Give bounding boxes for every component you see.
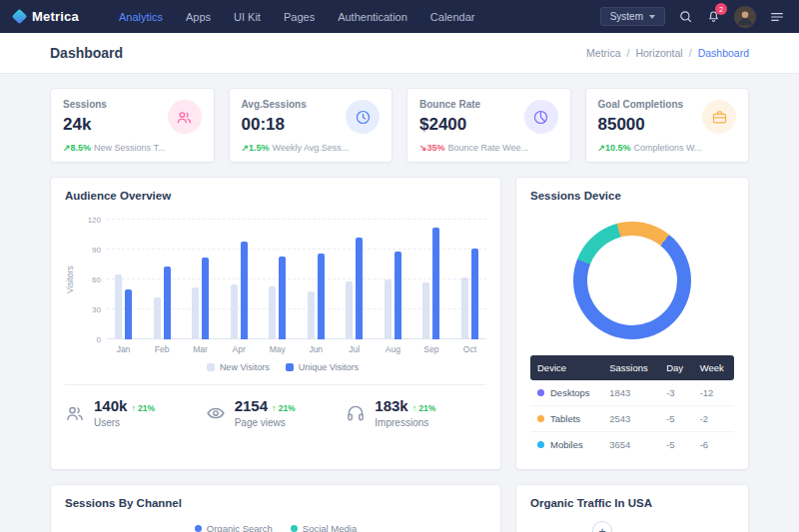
x-axis-label: Oct bbox=[461, 344, 478, 354]
legend-swatch bbox=[286, 363, 294, 371]
stat-card-note: ↗10.5%Completions W... bbox=[598, 143, 737, 153]
bar-group-feb[interactable] bbox=[154, 266, 171, 339]
legend-label: Unique Visitors bbox=[299, 362, 359, 372]
breadcrumb-separator: / bbox=[689, 47, 692, 59]
legend-item-new-visitors[interactable]: New Visitors bbox=[207, 362, 270, 372]
system-dropdown-label: System bbox=[610, 11, 643, 22]
hamburger-icon bbox=[769, 9, 785, 25]
headphones-icon bbox=[346, 403, 366, 423]
device-day: -5 bbox=[659, 432, 693, 458]
bar-new-visitors bbox=[422, 282, 429, 339]
y-axis-title: Visitors bbox=[65, 220, 75, 339]
bar-group-jan[interactable] bbox=[115, 274, 132, 339]
stat-card-value: 00:18 bbox=[242, 115, 307, 135]
bar-new-visitors bbox=[385, 279, 392, 339]
device-dot bbox=[537, 441, 544, 448]
navbar-right: System 2 bbox=[600, 6, 785, 28]
device-dot bbox=[537, 415, 544, 422]
stat-card-sessions: Sessions24k↗8.5%New Sessions T... bbox=[50, 88, 215, 163]
user-avatar[interactable] bbox=[734, 6, 756, 28]
stat-card-value: 85000 bbox=[598, 115, 684, 135]
bar-chart-grid: 1209060300 bbox=[107, 220, 486, 339]
x-axis-label: Apr bbox=[231, 344, 248, 354]
bar-group-sep[interactable] bbox=[422, 228, 439, 339]
nav-item-analytics[interactable]: Analytics bbox=[119, 11, 163, 23]
brand-logo[interactable]: Metrica bbox=[14, 9, 79, 24]
bar-group-apr[interactable] bbox=[231, 242, 248, 339]
device-name: Desktops bbox=[550, 387, 590, 398]
device-week: -2 bbox=[693, 406, 734, 432]
main-content: Sessions24k↗8.5%New Sessions T...Avg.Ses… bbox=[0, 74, 799, 532]
device-table-row-tablets[interactable]: Tablets2543-5-2 bbox=[530, 406, 734, 432]
map-zoom-in-button[interactable]: + bbox=[592, 521, 612, 532]
sessions-device-card: Sessions Device DeviceSassionsDayWeek De… bbox=[515, 177, 749, 470]
page-header: Dashboard Metrica/Horizontal/Dashboard bbox=[0, 33, 799, 74]
chart-legend: New VisitorsUnique Visitors bbox=[79, 362, 486, 372]
device-day: -3 bbox=[659, 380, 693, 406]
channel-legend-item-social-media[interactable]: Social Media bbox=[291, 523, 357, 532]
bar-unique-visitors bbox=[395, 252, 401, 339]
bar-unique-visitors bbox=[125, 289, 132, 339]
breadcrumb-item-horizontal[interactable]: Horizontal bbox=[635, 47, 682, 59]
bar-unique-visitors bbox=[471, 249, 478, 339]
stat-card-title: Sessions bbox=[63, 99, 107, 110]
nav-item-ui-kit[interactable]: UI Kit bbox=[234, 11, 261, 23]
stat-delta: ↑ 21% bbox=[131, 403, 155, 413]
clock-icon bbox=[355, 109, 372, 126]
stat-label: Users bbox=[94, 417, 155, 428]
device-table: DeviceSassionsDayWeek Desktops1843-3-12T… bbox=[530, 355, 734, 457]
audience-stat-users: 140k↑ 21%Users bbox=[65, 397, 206, 428]
donut-hole bbox=[587, 236, 677, 325]
device-dot bbox=[537, 389, 544, 396]
y-tick-label: 90 bbox=[79, 246, 101, 255]
nav-item-pages[interactable]: Pages bbox=[284, 11, 315, 23]
system-dropdown[interactable]: System bbox=[600, 7, 665, 26]
stat-cards-row: Sessions24k↗8.5%New Sessions T...Avg.Ses… bbox=[50, 88, 749, 163]
channel-legend-item-organic-search[interactable]: Organic Search bbox=[195, 523, 273, 532]
legend-dot bbox=[291, 525, 298, 532]
breadcrumb-item-metrica[interactable]: Metrica bbox=[586, 47, 620, 59]
nav-item-calendar[interactable]: Calendar bbox=[430, 11, 475, 23]
bar-new-visitors bbox=[308, 291, 315, 339]
pie-chart-icon bbox=[532, 109, 549, 126]
briefcase-icon bbox=[711, 109, 728, 126]
bar-group-jun[interactable] bbox=[308, 254, 325, 339]
device-table-row-desktops[interactable]: Desktops1843-3-12 bbox=[530, 380, 734, 406]
bar-unique-visitors bbox=[241, 242, 248, 339]
bar-group-jul[interactable] bbox=[346, 238, 363, 339]
bar-group-aug[interactable] bbox=[385, 252, 401, 339]
users-icon bbox=[168, 100, 202, 134]
bar-group-mar[interactable] bbox=[192, 258, 209, 339]
bar-group-may[interactable] bbox=[269, 257, 286, 339]
device-table-row-mobiles[interactable]: Mobiles3654-5-6 bbox=[530, 432, 734, 458]
nav-item-authentication[interactable]: Authentication bbox=[338, 11, 407, 23]
pie-icon bbox=[524, 100, 558, 134]
stat-card-title: Avg.Sessions bbox=[242, 99, 307, 110]
stat-label: Impressions bbox=[375, 417, 435, 428]
nav-links: AnalyticsAppsUI KitPagesAuthenticationCa… bbox=[119, 11, 600, 23]
breadcrumb-item-dashboard[interactable]: Dashboard bbox=[698, 47, 749, 59]
channel-legend: Organic SearchSocial Media bbox=[65, 523, 486, 532]
bar-new-visitors bbox=[346, 281, 353, 339]
audience-bar-chart: Visitors 1209060300 JanFebMarAprMayJunJu… bbox=[65, 220, 486, 372]
menu-toggle-button[interactable] bbox=[769, 9, 785, 25]
device-table-header-row: DeviceSassionsDayWeek bbox=[530, 355, 734, 380]
bar-unique-visitors bbox=[356, 238, 363, 339]
device-card-title: Sessions Device bbox=[530, 190, 734, 202]
eye-icon bbox=[206, 403, 226, 423]
users-icon bbox=[65, 403, 85, 423]
stat-value: 2154 bbox=[235, 397, 268, 414]
nav-item-apps[interactable]: Apps bbox=[186, 11, 211, 23]
device-sassions: 2543 bbox=[602, 406, 659, 432]
legend-item-unique-visitors[interactable]: Unique Visitors bbox=[286, 362, 359, 372]
notifications-button[interactable]: 2 bbox=[706, 9, 721, 24]
bar-unique-visitors bbox=[432, 228, 439, 339]
y-tick-label: 120 bbox=[79, 216, 101, 225]
bar-unique-visitors bbox=[202, 258, 209, 339]
sessions-device-donut-chart[interactable] bbox=[573, 222, 691, 339]
legend-label: Organic Search bbox=[207, 523, 273, 532]
search-button[interactable] bbox=[678, 9, 693, 24]
device-sassions: 1843 bbox=[602, 380, 659, 406]
bar-group-oct[interactable] bbox=[461, 249, 478, 339]
brand-diamond-icon bbox=[12, 9, 28, 25]
